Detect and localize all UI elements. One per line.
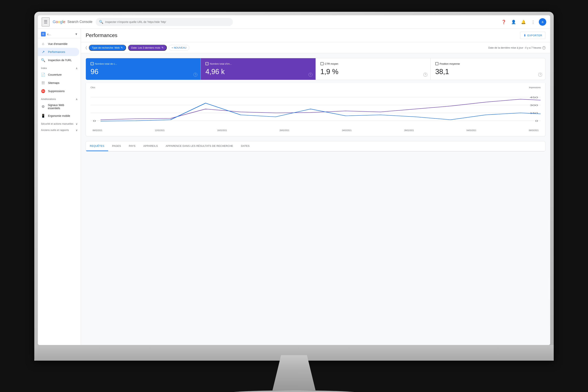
sidebar-label-mobile: Ergonomie mobile <box>48 114 70 118</box>
metric-impressions-checkbox: ✓ <box>206 62 208 65</box>
chart-x-labels: 08/02/2021 12/02/2021 16/02/2021 20/02/2… <box>90 129 540 132</box>
section-index-chevron: ∧ <box>76 67 78 70</box>
section-security-label: Sécurité et actions manuelles <box>41 122 73 125</box>
sidebar-item-url-inspection[interactable]: 🔍 Inspection de l'URL <box>38 56 79 64</box>
monitor-screen: ☰ Google Search Console 🔍 ❓ 👤 🔔 ⋮ <box>38 15 550 345</box>
sidebar: C c... ▼ ⌂ Vue d'ensemble ↗ Performances <box>38 28 81 345</box>
grid-icon[interactable]: ⋮ <box>529 18 537 26</box>
gsc-application: ☰ Google Search Console 🔍 ❓ 👤 🔔 ⋮ <box>38 15 550 345</box>
section-improvements-chevron: ∧ <box>76 98 78 101</box>
x-label-4: 24/02/2021 <box>342 129 352 132</box>
sitemap-icon: ☷ <box>41 81 45 85</box>
sidebar-item-core-vitals[interactable]: ⚙ Signaux Web essentiels <box>38 102 79 112</box>
tabs-header: REQUÊTES PAGES PAYS APPAREILS APPARENCE … <box>86 141 545 151</box>
export-download-icon: ⬇ <box>524 34 526 37</box>
property-name: c... <box>47 33 73 36</box>
svg-text:150: 150 <box>530 112 538 114</box>
metric-position-help[interactable]: ? <box>538 73 542 77</box>
metric-impressions-help[interactable]: ? <box>308 73 312 77</box>
svg-text:300: 300 <box>530 104 538 106</box>
section-improvements-label: Améliorations <box>41 98 56 100</box>
sidebar-item-sitemaps[interactable]: ☷ Sitemaps <box>38 79 79 87</box>
tab-appareils[interactable]: APPAREILS <box>139 141 162 151</box>
tab-requetes[interactable]: REQUÊTES <box>86 141 108 151</box>
sidebar-item-performances[interactable]: ↗ Performances <box>38 48 79 56</box>
metric-card-clicks[interactable]: ✓ Nombre total de c... 96 ? <box>86 58 201 80</box>
x-label-5: 28/02/2021 <box>404 129 414 132</box>
metric-ctr-checkbox <box>320 62 324 65</box>
x-label-0: 08/02/2021 <box>92 129 102 132</box>
metric-ctr-label: CTR moyen <box>325 62 338 65</box>
section-improvements-header[interactable]: Améliorations ∧ <box>38 95 81 102</box>
filters-bar: 〈 Type de recherche: Web ✎ Date: Les 3 d… <box>81 42 550 53</box>
page-title: Performances <box>86 32 118 38</box>
content-body: ✓ Nombre total de c... 96 ? ✓ Nomb <box>81 53 550 345</box>
tab-dates[interactable]: DATES <box>237 141 254 151</box>
sidebar-item-overview[interactable]: ⌂ Vue d'ensemble <box>38 40 79 48</box>
new-filter-button[interactable]: + NOUVEAU <box>169 45 190 50</box>
content-area: Performances ⬇ EXPORTER 〈 Type de recher… <box>81 28 550 345</box>
sidebar-label-overview: Vue d'ensemble <box>48 42 68 46</box>
metric-position-checkbox <box>435 62 438 65</box>
metric-card-impressions[interactable]: ✓ Nombre total d'im... 4,96 k ? <box>201 58 316 80</box>
section-legacy-chevron: ∨ <box>76 128 78 132</box>
chart-container: Clics Impressions <box>86 83 546 136</box>
metric-clicks-label: Nombre total de c... <box>95 62 117 65</box>
sidebar-item-removals[interactable]: ⛔ Suppressions <box>38 87 79 95</box>
sidebar-label-removals: Suppressions <box>48 90 65 93</box>
section-security-header[interactable]: Sécurité et actions manuelles ∨ <box>38 120 81 126</box>
new-filter-label: + NOUVEAU <box>172 46 186 49</box>
chart-right-label: Impressions <box>529 86 540 88</box>
main-area: C c... ▼ ⌂ Vue d'ensemble ↗ Performances <box>38 28 550 345</box>
people-icon[interactable]: 👤 <box>510 18 518 26</box>
info-icon: ? <box>542 46 546 50</box>
trend-icon: ↗ <box>41 50 45 54</box>
property-dropdown-icon[interactable]: ▼ <box>75 32 78 36</box>
section-security-chevron: ∨ <box>76 122 78 126</box>
removal-icon: ⛔ <box>41 89 45 93</box>
property-selector[interactable]: C c... ▼ <box>38 30 81 38</box>
section-index-header[interactable]: Index ∧ <box>38 64 81 70</box>
metric-clicks-header: ✓ Nombre total de c... <box>90 62 196 65</box>
tab-pages[interactable]: PAGES <box>108 141 125 151</box>
bell-icon[interactable]: 🔔 <box>519 18 528 26</box>
help-icon[interactable]: ❓ <box>500 18 508 26</box>
performance-chart: 0 150 300 450 0 <box>90 90 540 128</box>
x-label-1: 12/02/2021 <box>155 129 165 132</box>
metric-impressions-header: ✓ Nombre total d'im... <box>206 62 311 65</box>
section-legacy-header[interactable]: Anciens outils et rapports ∨ <box>38 126 81 132</box>
edit-icon: ✎ <box>121 46 123 49</box>
metric-clicks-checkbox: ✓ <box>90 62 94 65</box>
search-bar[interactable]: 🔍 <box>96 18 233 26</box>
metric-card-ctr[interactable]: CTR moyen 1,9 % ? <box>316 58 430 80</box>
tab-pays[interactable]: PAYS <box>125 141 139 151</box>
chart-svg-wrapper: 0 150 300 450 0 <box>90 90 540 128</box>
chart-left-label: Clics <box>90 86 95 88</box>
avatar[interactable]: a <box>539 18 546 26</box>
monitor-stand <box>34 378 554 392</box>
document-icon: 📄 <box>41 72 45 77</box>
metric-position-header: Position moyenne <box>435 62 540 65</box>
property-icon: C <box>41 32 46 36</box>
metric-impressions-value: 4,96 k <box>206 68 311 76</box>
search-type-filter[interactable]: Type de recherche: Web ✎ <box>89 45 126 51</box>
vitals-icon: ⚙ <box>41 104 45 109</box>
x-label-2: 16/02/2021 <box>217 129 227 132</box>
sidebar-label-performances: Performances <box>48 50 65 54</box>
sidebar-item-mobile[interactable]: 📱 Ergonomie mobile <box>38 112 79 120</box>
topbar: ☰ Google Search Console 🔍 ❓ 👤 🔔 ⋮ <box>38 15 550 28</box>
x-label-3: 20/02/2021 <box>280 129 289 132</box>
sidebar-item-coverage[interactable]: 📄 Couverture <box>38 70 79 79</box>
menu-icon[interactable]: ☰ <box>42 18 50 26</box>
search-input[interactable] <box>105 20 230 24</box>
sidebar-label-core-vitals: Signaux Web essentiels <box>48 104 76 110</box>
tab-apparence[interactable]: APPARENCE DANS LES RÉSULTATS DE RECHERCH… <box>162 141 237 151</box>
metric-ctr-header: CTR moyen <box>320 62 426 65</box>
metric-card-position[interactable]: Position moyenne 38,1 ? <box>430 58 545 80</box>
metric-ctr-help[interactable]: ? <box>423 73 427 77</box>
metric-clicks-help[interactable]: ? <box>194 73 197 77</box>
export-label: EXPORTER <box>528 34 542 37</box>
export-button[interactable]: ⬇ EXPORTER <box>520 32 546 39</box>
section-index-label: Index <box>41 67 47 70</box>
date-filter[interactable]: Date: Les 3 derniers mois ✎ <box>128 45 166 51</box>
